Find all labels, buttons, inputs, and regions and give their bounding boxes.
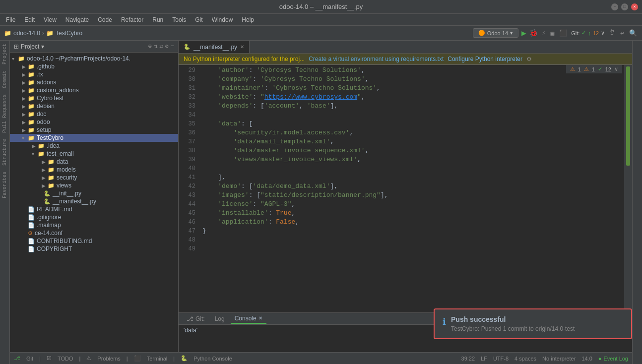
sidebar-item-pull-requests[interactable]: Pull Requests [1, 91, 8, 136]
status-event-log[interactable]: ● Event Log [598, 356, 628, 362]
code-line: 'application': False, [202, 218, 628, 227]
warning-count-2: 1 [592, 66, 595, 72]
bottom-tab-git[interactable]: ⎇ Git: [183, 314, 209, 323]
menu-item-run[interactable]: Run [148, 15, 167, 24]
tree-item-tx[interactable]: ▶ 📁 .tx [10, 70, 178, 78]
tree-item-gitignore[interactable]: 📄 .gitignore [10, 213, 178, 221]
scroll-thumb[interactable] [626, 66, 630, 166]
tree-item-contributing[interactable]: 📄 CONTRIBUTING.md [10, 237, 178, 245]
line-num: 46 [182, 218, 195, 227]
sidebar-item-structure[interactable]: Structure [1, 136, 8, 169]
configure-gear-icon[interactable]: ⚙ [526, 56, 532, 62]
line-num: 32 [182, 93, 195, 102]
expand-errors-icon[interactable]: ∨ [614, 66, 618, 72]
status-version: 14.0 [581, 356, 592, 362]
status-python-console-label[interactable]: Python Console [193, 356, 232, 362]
history-icon[interactable]: ⏱ [608, 28, 616, 38]
notification-content: Push successful TestCybro: Pushed 1 comm… [451, 315, 623, 332]
tree-item-readme[interactable]: 📄 README.md [10, 205, 178, 213]
tree-item-manifest-py[interactable]: 🐍 __manifest__.py [10, 197, 178, 205]
tree-item-addons[interactable]: ▶ 📁 addons [10, 78, 178, 86]
menu-item-refactor[interactable]: Refactor [117, 15, 147, 24]
close-panel-icon[interactable]: − [171, 43, 174, 50]
bottom-tab-console[interactable]: Console ✕ [231, 314, 266, 324]
git-chevron: ∨ [601, 30, 605, 36]
tree-item-test-email[interactable]: ▾ 📁 test_email [10, 150, 178, 158]
debug-button[interactable]: 🐞 [529, 29, 538, 37]
create-venv-link[interactable]: Create a virtual environment using requi… [309, 56, 444, 62]
menu-item-window[interactable]: Window [208, 15, 237, 24]
scrollbar[interactable] [624, 65, 632, 312]
menu-item-help[interactable]: Help [238, 15, 258, 24]
run-button[interactable]: ▶ [521, 28, 526, 38]
stop-button[interactable]: ⬛ [558, 28, 568, 38]
bottom-tab-close-icon[interactable]: ✕ [258, 315, 262, 321]
tab-manifest[interactable]: 🐍 __manifest__.py ✕ [179, 41, 250, 53]
tree-label: views [57, 182, 71, 189]
undo-icon[interactable]: ↩ [619, 28, 625, 38]
line-num: 44 [182, 200, 195, 209]
menu-item-view[interactable]: View [40, 15, 61, 24]
tree-item-testcybro[interactable]: ▾ 📁 TestCybro [10, 134, 178, 142]
tree-item-root[interactable]: ▾ 📁 odoo-14.0 ~/PycharmProjects/odoo-14. [10, 55, 178, 62]
maximize-button[interactable]: □ [621, 3, 628, 10]
status-git-label[interactable]: Git [26, 356, 33, 362]
tree-arrow: ▶ [22, 127, 28, 133]
status-terminal-label[interactable]: Terminal [147, 356, 168, 362]
coverage-button[interactable]: ▣ [549, 28, 555, 38]
file-icon: 📄 [28, 222, 35, 229]
tree-item-views[interactable]: ▶ 📁 views [10, 182, 178, 189]
tree-item-setup[interactable]: ▶ 📁 setup [10, 126, 178, 134]
status-todo-label[interactable]: TODO [58, 356, 73, 362]
tree-item-github[interactable]: ▶ 📁 .github [10, 62, 178, 70]
status-terminal-icon: ⬛ [134, 355, 141, 362]
status-line-col: 39:22 [461, 356, 475, 362]
configure-interpreter-link[interactable]: Configure Python interpreter [448, 56, 522, 62]
bottom-tab-log[interactable]: Log [211, 314, 229, 323]
line-num: 34 [182, 111, 195, 120]
tree-item-odoo[interactable]: ▶ 📁 odoo [10, 118, 178, 126]
tree-label: .mailmap [37, 222, 61, 229]
odoo-button[interactable]: 🟠 Odoo 14 ▾ [473, 28, 518, 38]
tree-item-mailmap[interactable]: 📄 .mailmap [10, 221, 178, 229]
tree-item-copyright[interactable]: 📄 COPYRIGHT [10, 245, 178, 253]
menu-item-git[interactable]: Git [191, 15, 206, 24]
menu-item-tools[interactable]: Tools [168, 15, 190, 24]
tree-item-init-py[interactable]: 🐍 __init__.py [10, 189, 178, 197]
tree-item-doc[interactable]: ▶ 📁 doc [10, 110, 178, 118]
menu-item-edit[interactable]: Edit [20, 15, 39, 24]
close-button[interactable]: ✕ [631, 3, 638, 10]
menu-item-file[interactable]: File [2, 15, 19, 24]
menu-item-navigate[interactable]: Navigate [62, 15, 93, 24]
project-title: ⊞ Project ▾ [14, 43, 44, 50]
code-line: } [202, 227, 628, 236]
code-line: 'views/master_invoice_views.xml', [202, 155, 628, 164]
status-problems-label[interactable]: Problems [97, 356, 120, 362]
tab-close-icon[interactable]: ✕ [240, 44, 244, 50]
profile-button[interactable]: ⚡ [541, 28, 547, 38]
collapse-all-icon[interactable]: ⇄ [159, 43, 163, 50]
tree-item-data[interactable]: ▶ 📁 data [10, 158, 178, 166]
settings-icon[interactable]: ⚙ [165, 43, 169, 50]
code-content[interactable]: 'author': 'Cybrosys Techno Solutions', '… [198, 65, 632, 312]
tree-item-debian[interactable]: ▶ 📁 debian [10, 102, 178, 110]
tree-item-security[interactable]: ▶ 📁 security [10, 174, 178, 182]
sidebar-item-commit[interactable]: Commit [1, 67, 8, 91]
sidebar-item-project[interactable]: Project [1, 41, 8, 67]
search-icon[interactable]: 🔍 [628, 28, 638, 38]
tree-item-custom-addons[interactable]: ▶ 📁 custom_addons [10, 86, 178, 94]
sidebar-item-favorites[interactable]: Favorites [1, 169, 8, 201]
tree-label: ce-14.conf [35, 230, 63, 237]
project-chevron: ▾ [41, 43, 44, 50]
minimize-button[interactable]: – [611, 3, 618, 10]
tree-item-ce-conf[interactable]: ⚙ ce-14.conf [10, 229, 178, 237]
git-label-text: Git: [571, 30, 579, 36]
folder-icon: 📁 [28, 135, 35, 141]
tree-item-idea[interactable]: ▶ 📁 .idea [10, 142, 178, 150]
notification-info-icon: ℹ [443, 316, 446, 327]
expand-all-icon[interactable]: ⇅ [154, 43, 157, 50]
tree-item-cybrotest[interactable]: ▶ 📁 CybroTest [10, 94, 178, 102]
add-file-icon[interactable]: ⊕ [148, 43, 152, 50]
tree-item-models[interactable]: ▶ 📁 models [10, 166, 178, 174]
menu-item-code[interactable]: Code [94, 15, 116, 24]
